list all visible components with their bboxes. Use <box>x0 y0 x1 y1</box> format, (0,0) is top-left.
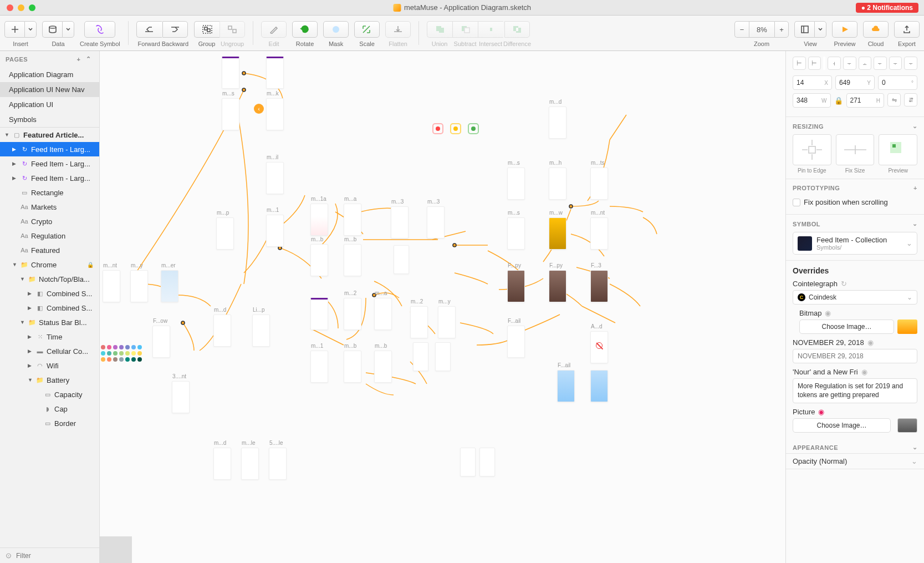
layer-statusbar[interactable]: 📁Status Bar Bl... <box>0 315 99 329</box>
create-symbol-button[interactable] <box>84 21 115 38</box>
layer-markets[interactable]: AaMarkets <box>0 200 99 214</box>
fix-position-checkbox[interactable]: Fix position when scrolling <box>793 196 917 209</box>
cloud-button[interactable] <box>863 21 889 38</box>
layer-capacity[interactable]: ▭Capacity <box>0 387 99 402</box>
artboard-mle[interactable]: m...le <box>241 448 259 480</box>
align-hcenter-icon[interactable]: ⊢ <box>808 57 821 70</box>
artboard-fail2[interactable]: F...ail <box>557 370 575 402</box>
layer-combined-0[interactable]: ◧Combined S... <box>0 286 99 301</box>
flip-horizontal-icon[interactable]: ⇋ <box>887 93 901 106</box>
artboard-lip[interactable]: Li...p <box>252 315 270 347</box>
union-button[interactable] <box>427 21 452 38</box>
artboard-md[interactable]: m...d <box>213 315 231 347</box>
zoom-out-button[interactable]: − <box>734 21 749 38</box>
intersect-button[interactable] <box>478 21 503 38</box>
artboard[interactable] <box>394 245 409 274</box>
align-bottom-icon[interactable]: ⫟ <box>904 57 917 70</box>
artboard-mer[interactable]: m...er <box>161 270 178 302</box>
artboard[interactable] <box>460 448 476 476</box>
chevron-down-icon[interactable]: ⌄ <box>912 220 918 227</box>
artboard-f3[interactable]: F...3 <box>590 270 608 302</box>
group-button[interactable] <box>194 21 219 38</box>
artboard-ma1[interactable]: m...a <box>344 204 361 236</box>
artboard-ms3[interactable]: m...s <box>507 217 525 250</box>
artboard[interactable] <box>479 448 495 476</box>
link-icon[interactable]: ◉ <box>818 408 824 416</box>
opacity-control[interactable]: Opacity (Normal)⌄ <box>786 454 924 469</box>
layer-crypto[interactable]: AaCrypto <box>0 214 99 229</box>
artboard-mts[interactable]: m...ts <box>590 168 608 200</box>
scale-button[interactable] <box>354 21 380 38</box>
align-center-icon[interactable]: ⫟ <box>843 57 856 70</box>
artboard-m2a[interactable]: m...2 <box>344 298 361 330</box>
artboard-ms2[interactable]: m...s <box>507 168 525 200</box>
insert-button[interactable] <box>4 21 24 38</box>
canvas[interactable]: m...s m...k ‹ m...nt m...y m...er F...ow… <box>100 51 785 563</box>
layer-regulation[interactable]: AaRegulation <box>0 229 99 243</box>
align-left-icon[interactable]: ⫞ <box>828 57 841 70</box>
artboard-mb4[interactable]: m...b <box>374 351 392 383</box>
collapse-pages-icon[interactable]: ⌃ <box>84 55 94 63</box>
layer-combined-1[interactable]: ◧Combined S... <box>0 301 99 315</box>
artboard-mh[interactable]: m...h <box>549 168 566 200</box>
choose-picture-button[interactable]: Choose Image… <box>793 418 891 433</box>
link-icon[interactable]: ↻ <box>841 280 847 288</box>
layer-notch[interactable]: 📁Notch/Top/Bla... <box>0 272 99 286</box>
layer-battery[interactable]: 📁Battery <box>0 373 99 387</box>
flatten-button[interactable] <box>385 21 411 38</box>
override-title-value[interactable]: More Regulation is set for 2019 and toke… <box>793 378 917 403</box>
artboard-m3b[interactable]: m...3 <box>427 206 445 239</box>
artboard[interactable] <box>266 57 284 89</box>
artboard-m2b[interactable]: m...2 <box>410 306 428 338</box>
artboard-fail[interactable]: F...ail <box>507 326 525 358</box>
artboard[interactable] <box>310 298 328 330</box>
artboard[interactable] <box>435 342 451 371</box>
preview-button[interactable] <box>832 21 857 38</box>
position-x-input[interactable]: 14X <box>793 75 832 90</box>
rotation-input[interactable]: 0° <box>878 75 917 90</box>
fix-size-control[interactable]: Fix Size <box>836 134 875 165</box>
width-input[interactable]: 348W <box>793 93 831 108</box>
override-source-select[interactable]: CCoindesk⌄ <box>793 290 917 305</box>
artboard[interactable] <box>590 370 608 402</box>
artboard-5le[interactable]: 5....le <box>269 448 287 480</box>
artboard-mnt2[interactable]: m...nt <box>590 217 608 250</box>
link-icon[interactable]: ◉ <box>861 368 867 376</box>
export-button[interactable] <box>894 21 920 38</box>
symbol-selector[interactable]: Feed Item - Collection Symbols/ ⌄ <box>793 232 917 255</box>
add-page-icon[interactable]: + <box>74 56 84 63</box>
artboard-md3[interactable]: m...d <box>213 448 231 480</box>
zoom-value[interactable]: 8% <box>749 21 774 38</box>
page-item-1[interactable]: Application UI New Nav <box>0 82 99 97</box>
layer-wifi[interactable]: ◠Wifi <box>0 358 99 373</box>
layer-chrome[interactable]: 📁Chrome🔒 <box>0 257 99 272</box>
artboard-mil[interactable]: m...il <box>266 162 284 194</box>
layer-feed-item-0[interactable]: ↻Feed Item - Larg... <box>0 142 99 156</box>
data-button[interactable] <box>42 21 62 38</box>
data-dropdown[interactable] <box>62 21 74 38</box>
artboard[interactable] <box>222 57 239 89</box>
layer-featured[interactable]: ▢Featured Article... <box>0 128 99 142</box>
artboard-fow[interactable]: F...ow <box>152 326 170 358</box>
view-dropdown[interactable] <box>814 21 826 38</box>
forward-button[interactable] <box>136 21 162 38</box>
artboard-m1a[interactable]: m...1a <box>310 204 328 236</box>
insert-dropdown[interactable] <box>24 21 37 38</box>
artboard-fpy2[interactable]: F...py <box>549 270 566 302</box>
align-left-icon[interactable]: ⊢ <box>793 57 806 70</box>
layer-border[interactable]: ▭Border <box>0 416 99 430</box>
artboard-mnt[interactable]: m...nt <box>103 270 120 302</box>
artboard-m1[interactable]: m...1 <box>266 215 284 247</box>
layer-cap[interactable]: ◗Cap <box>0 402 99 416</box>
close-window-button[interactable] <box>7 4 13 11</box>
height-input[interactable]: 271H <box>846 93 885 108</box>
link-icon[interactable]: ◉ <box>825 309 831 317</box>
align-right-icon[interactable]: ⫠ <box>859 57 872 70</box>
artboard-my[interactable]: m...y <box>130 270 148 302</box>
artboard-mp[interactable]: m...p <box>216 217 234 250</box>
backward-button[interactable] <box>162 21 188 38</box>
chevron-down-icon[interactable]: ⌄ <box>912 444 918 451</box>
maximize-window-button[interactable] <box>29 4 35 11</box>
chevron-down-icon[interactable]: ⌄ <box>912 123 918 130</box>
artboard-mb1[interactable]: m...b <box>310 244 328 276</box>
